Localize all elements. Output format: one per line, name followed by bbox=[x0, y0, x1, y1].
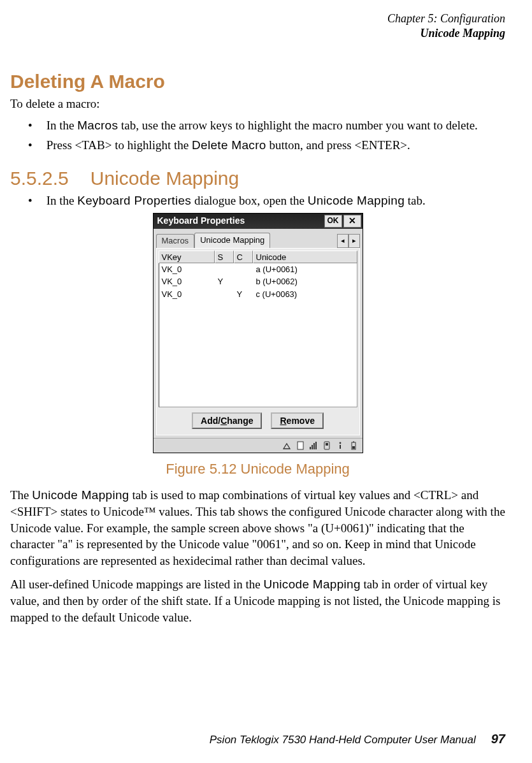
paragraph: The Unicode Mapping tab is used to map c… bbox=[10, 487, 505, 569]
section-name: Unicode Mapping bbox=[90, 168, 239, 189]
system-tray bbox=[154, 438, 363, 453]
list-row[interactable]: VK_0 a (U+0061) bbox=[159, 263, 357, 276]
ui-term: Unicode Mapping bbox=[308, 194, 405, 207]
section-number: 5.5.2.5 bbox=[10, 168, 69, 189]
ui-term: Unicode Mapping bbox=[32, 488, 129, 502]
figure-container: Keyboard Properties OK ✕ Macros Unicode … bbox=[10, 213, 505, 453]
svg-rect-3 bbox=[313, 443, 315, 449]
col-unicode[interactable]: Unicode bbox=[253, 251, 357, 263]
svg-rect-11 bbox=[352, 446, 355, 449]
bullet-item: • In the Macros tab, use the arrow keys … bbox=[28, 117, 505, 134]
ui-term: Delete Macro bbox=[192, 138, 266, 152]
list-row[interactable]: VK_0 Y c (U+0063) bbox=[159, 288, 357, 301]
svg-rect-6 bbox=[326, 443, 328, 446]
tab-scroll-left[interactable]: ◂ bbox=[337, 234, 349, 248]
tab-scrollers: ◂ ▸ bbox=[337, 234, 360, 248]
col-vkey[interactable]: VKey bbox=[159, 251, 215, 263]
window-title: Keyboard Properties bbox=[157, 215, 245, 227]
bullet-item: • Press <TAB> to highlight the Delete Ma… bbox=[28, 137, 505, 154]
svg-rect-0 bbox=[298, 442, 303, 449]
network-icon[interactable] bbox=[282, 440, 292, 450]
window-titlebar[interactable]: Keyboard Properties OK ✕ bbox=[154, 214, 363, 229]
svg-rect-2 bbox=[312, 445, 313, 449]
list-row[interactable]: VK_0 Y b (U+0062) bbox=[159, 275, 357, 288]
ok-button[interactable]: OK bbox=[324, 215, 342, 228]
bullet-dot: • bbox=[28, 137, 32, 154]
bullet-list: • In the Macros tab, use the arrow keys … bbox=[10, 117, 505, 154]
figure-caption: Figure 5.12 Unicode Mapping bbox=[10, 460, 505, 479]
device-window: Keyboard Properties OK ✕ Macros Unicode … bbox=[153, 213, 363, 453]
info-icon[interactable] bbox=[336, 440, 345, 450]
svg-rect-4 bbox=[315, 442, 317, 449]
bullet-dot: • bbox=[28, 117, 32, 134]
svg-point-7 bbox=[340, 442, 341, 444]
battery-icon[interactable] bbox=[349, 440, 359, 450]
svg-rect-10 bbox=[353, 441, 354, 442]
tab-strip: Macros Unicode Mapping ◂ ▸ bbox=[154, 229, 363, 248]
ui-term: Keyboard Properties bbox=[77, 194, 191, 207]
tab-pane: VKey S C Unicode VK_0 a (U+0061) VK_0 Y … bbox=[156, 248, 360, 435]
lead-text: To delete a macro: bbox=[10, 96, 505, 112]
document-icon[interactable] bbox=[296, 440, 305, 450]
col-s[interactable]: S bbox=[215, 251, 234, 263]
svg-rect-8 bbox=[340, 445, 341, 449]
bullet-list: • In the Keyboard Properties dialogue bo… bbox=[10, 193, 505, 209]
device-icon[interactable] bbox=[322, 440, 332, 450]
header-chapter: Chapter 5: Configuration bbox=[10, 11, 505, 26]
paragraph: All user-defined Unicode mappings are li… bbox=[10, 576, 505, 625]
bullet-text: In the Keyboard Properties dialogue box,… bbox=[47, 193, 426, 209]
tab-unicode-mapping[interactable]: Unicode Mapping bbox=[194, 233, 270, 248]
bullet-dot: • bbox=[28, 193, 32, 209]
remove-button[interactable]: Remove bbox=[271, 412, 323, 429]
ui-term: Macros bbox=[77, 119, 118, 132]
list-header: VKey S C Unicode bbox=[159, 251, 357, 263]
footer-book-title: Psion Teklogix 7530 Hand-Held Computer U… bbox=[210, 733, 476, 748]
ui-term: Unicode Mapping bbox=[263, 578, 360, 591]
svg-rect-1 bbox=[310, 447, 311, 449]
header-section: Unicode Mapping bbox=[10, 26, 505, 41]
list-body[interactable]: VK_0 a (U+0061) VK_0 Y b (U+0062) VK_0 Y… bbox=[159, 263, 357, 407]
col-c[interactable]: C bbox=[234, 251, 253, 263]
add-change-button[interactable]: Add/Change bbox=[192, 412, 262, 429]
tab-scroll-right[interactable]: ▸ bbox=[349, 234, 360, 248]
section-deleting-a-macro-title: Deleting A Macro bbox=[10, 71, 505, 92]
tab-macros[interactable]: Macros bbox=[156, 234, 195, 248]
close-button[interactable]: ✕ bbox=[343, 215, 361, 228]
signal-icon[interactable] bbox=[309, 440, 319, 450]
page-footer: Psion Teklogix 7530 Hand-Held Computer U… bbox=[10, 730, 505, 748]
bullet-text: In the Macros tab, use the arrow keys to… bbox=[47, 117, 478, 134]
page-header: Chapter 5: Configuration Unicode Mapping bbox=[10, 11, 505, 40]
section-unicode-mapping-title: 5.5.2.5 Unicode Mapping bbox=[10, 168, 505, 189]
button-row: Add/Change Remove bbox=[159, 407, 357, 433]
page-number: 97 bbox=[491, 730, 505, 748]
bullet-text: Press <TAB> to highlight the Delete Macr… bbox=[47, 137, 410, 154]
bullet-item: • In the Keyboard Properties dialogue bo… bbox=[28, 193, 505, 209]
